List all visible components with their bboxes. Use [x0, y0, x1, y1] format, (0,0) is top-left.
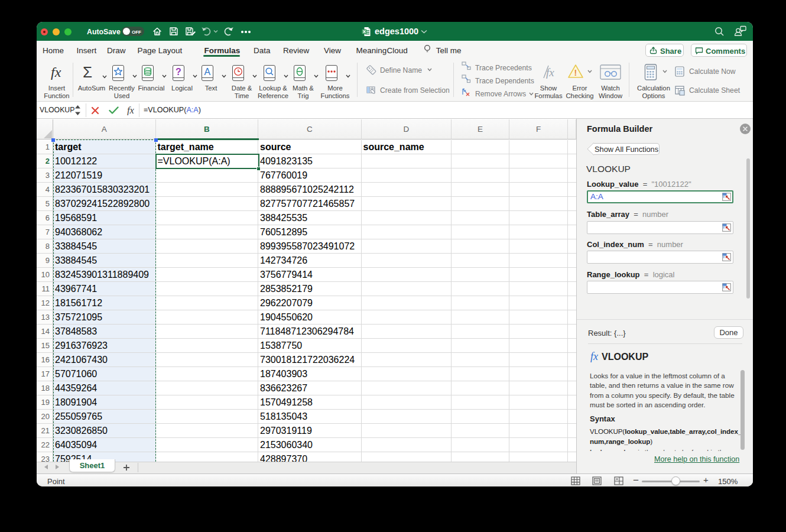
- svg-text:fx: fx: [546, 66, 554, 79]
- svg-text:Σ: Σ: [83, 64, 92, 80]
- svg-text:?: ?: [176, 67, 181, 76]
- svg-text:!: !: [574, 68, 577, 77]
- svg-text:fx: fx: [590, 351, 598, 362]
- svg-text:A: A: [204, 67, 211, 76]
- svg-text:fx: fx: [127, 105, 135, 115]
- svg-text:fx: fx: [51, 64, 61, 80]
